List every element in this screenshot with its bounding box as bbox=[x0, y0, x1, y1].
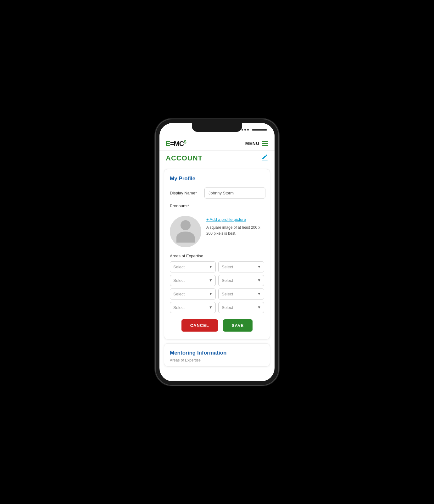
display-name-row: Display Name* bbox=[170, 188, 264, 199]
expertise-section: Areas of Expertise Select ▼ Select bbox=[170, 254, 264, 313]
expertise-select-8: Select ▼ bbox=[218, 302, 264, 313]
logo-equals: = bbox=[170, 140, 174, 148]
top-nav: E=MC$ MENU bbox=[159, 137, 275, 151]
logo-dollar: $ bbox=[184, 139, 186, 144]
edit-icon[interactable] bbox=[261, 154, 268, 163]
signal-dot bbox=[244, 129, 246, 131]
expertise-dropdown-4[interactable]: Select bbox=[218, 275, 264, 286]
avatar-head bbox=[181, 220, 191, 230]
expertise-select-6: Select ▼ bbox=[218, 288, 264, 300]
logo-mc: MC bbox=[174, 140, 184, 148]
expertise-select-3: Select ▼ bbox=[170, 275, 216, 286]
mentoring-card-title: Mentoring Information bbox=[170, 350, 264, 356]
expertise-dropdown-1[interactable]: Select bbox=[170, 261, 216, 272]
expertise-dropdown-8[interactable]: Select bbox=[218, 302, 264, 313]
scroll-content[interactable]: My Profile Display Name* Pronouns* bbox=[159, 166, 275, 381]
signal-dot bbox=[242, 129, 243, 131]
profile-card: My Profile Display Name* Pronouns* bbox=[164, 169, 270, 339]
logo-e: E bbox=[166, 140, 170, 148]
profile-pic-info: + Add a profile picture A square image o… bbox=[206, 216, 264, 236]
cancel-button[interactable]: CANCEL bbox=[181, 319, 218, 332]
mentoring-card: Mentoring Information Areas of Expertise bbox=[164, 343, 270, 367]
avatar bbox=[170, 216, 201, 247]
expertise-select-7: Select ▼ bbox=[170, 302, 216, 313]
mentoring-card-subtitle: Areas of Expertise bbox=[170, 358, 264, 362]
expertise-select-5: Select ▼ bbox=[170, 288, 216, 300]
menu-label: MENU bbox=[245, 141, 259, 146]
pronouns-label: Pronouns* bbox=[170, 204, 204, 208]
avatar-body bbox=[176, 232, 195, 243]
action-buttons: CANCEL SAVE bbox=[170, 319, 264, 333]
expertise-dropdown-2[interactable]: Select bbox=[218, 261, 264, 272]
battery-icon bbox=[252, 129, 267, 131]
profile-pic-section: + Add a profile picture A square image o… bbox=[170, 213, 264, 247]
hamburger-line bbox=[262, 141, 268, 142]
pronouns-row: Pronouns* bbox=[170, 204, 264, 208]
profile-card-title: My Profile bbox=[170, 176, 264, 182]
pic-hint-text: A square image of at least 200 x 200 pix… bbox=[206, 225, 260, 236]
add-profile-picture-link[interactable]: + Add a profile picture bbox=[206, 217, 264, 222]
display-name-input[interactable] bbox=[204, 188, 265, 199]
expertise-dropdown-7[interactable]: Select bbox=[170, 302, 216, 313]
save-button[interactable]: SAVE bbox=[223, 319, 253, 332]
hamburger-line bbox=[262, 143, 268, 144]
hamburger-icon bbox=[262, 141, 268, 146]
menu-button[interactable]: MENU bbox=[245, 141, 268, 146]
expertise-dropdown-6[interactable]: Select bbox=[218, 288, 264, 300]
hamburger-line bbox=[262, 145, 268, 146]
signal-dot bbox=[247, 129, 249, 131]
expertise-select-2: Select ▼ bbox=[218, 261, 264, 272]
expertise-grid: Select ▼ Select ▼ bbox=[170, 261, 264, 313]
expertise-label: Areas of Expertise bbox=[170, 254, 264, 258]
app-logo: E=MC$ bbox=[166, 139, 186, 148]
page-title: ACCOUNT bbox=[166, 154, 203, 162]
expertise-dropdown-5[interactable]: Select bbox=[170, 288, 216, 300]
phone-notch bbox=[192, 123, 242, 132]
expertise-dropdown-3[interactable]: Select bbox=[170, 275, 216, 286]
display-name-label: Display Name* bbox=[170, 191, 204, 195]
expertise-select-1: Select ▼ bbox=[170, 261, 216, 272]
page-header: ACCOUNT bbox=[159, 151, 275, 166]
svg-rect-0 bbox=[262, 160, 268, 160]
expertise-select-4: Select ▼ bbox=[218, 275, 264, 286]
signal-dots bbox=[239, 129, 267, 131]
